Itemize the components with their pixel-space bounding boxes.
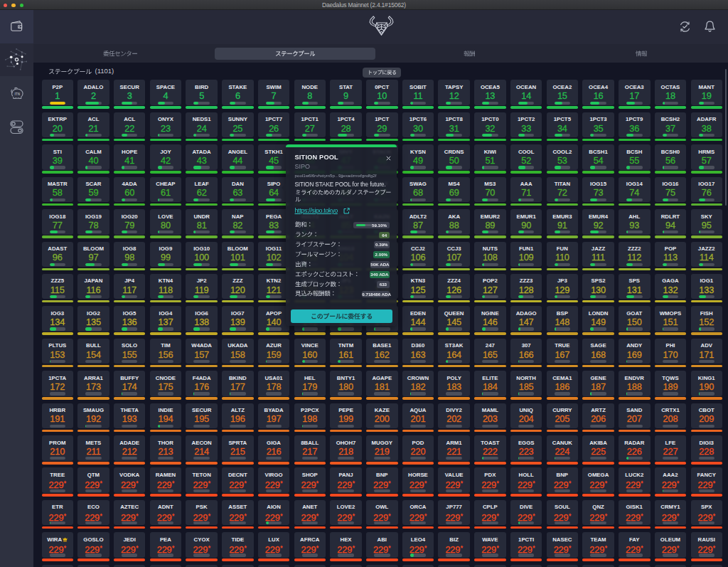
svg-text:ITN: ITN (15, 92, 21, 96)
